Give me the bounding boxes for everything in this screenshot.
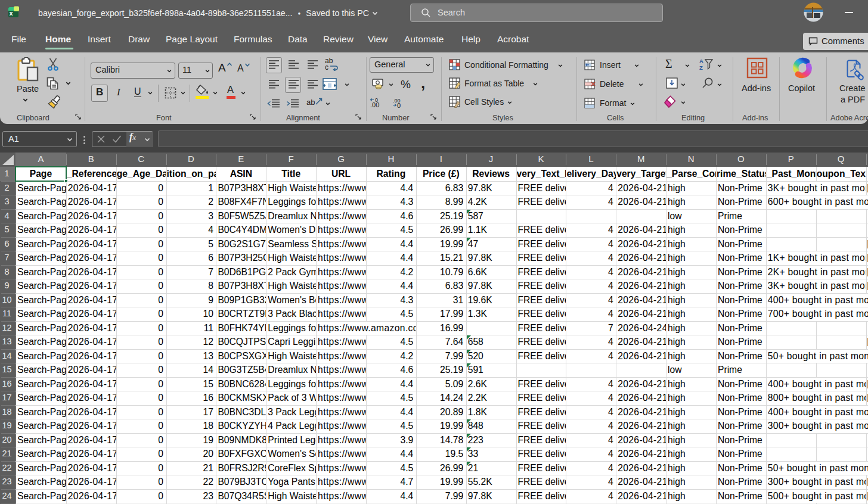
svg-text:0: 0	[397, 102, 401, 109]
svg-text:Z: Z	[699, 64, 703, 71]
svg-text:x: x	[10, 10, 14, 17]
svg-text:A: A	[699, 58, 703, 64]
svg-text:0: 0	[375, 97, 378, 103]
